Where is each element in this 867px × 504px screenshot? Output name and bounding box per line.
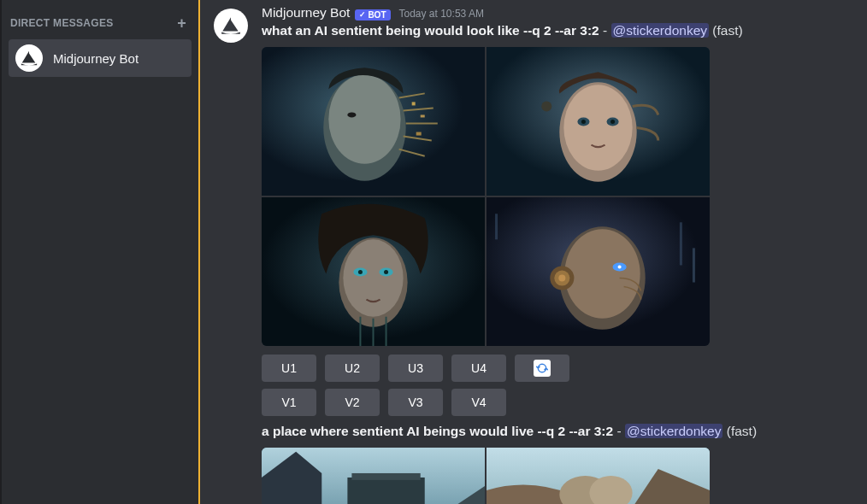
bot-tag: ✓ BOT — [355, 9, 390, 21]
svg-point-3 — [347, 112, 356, 117]
svg-point-29 — [558, 274, 565, 281]
mention[interactable]: @stickerdonkey — [611, 23, 710, 38]
mode-label: (fast) — [712, 23, 742, 38]
svg-rect-5 — [421, 114, 425, 117]
svg-point-9 — [563, 85, 632, 170]
image-cell-2 — [487, 47, 710, 196]
u-button-row: U1 U2 U3 U4 — [262, 355, 867, 382]
svg-point-17 — [343, 239, 403, 316]
image-cell-1 — [262, 448, 485, 504]
image-cell-2 — [487, 448, 710, 504]
u3-button[interactable]: U3 — [388, 355, 443, 382]
sailboat-icon — [20, 49, 38, 67]
v1-button[interactable]: V1 — [262, 389, 316, 416]
avatar — [15, 44, 43, 72]
message-body: Midjourney Bot ✓ BOT Today at 10:53 AM w… — [262, 5, 867, 504]
svg-point-2 — [328, 74, 400, 163]
prompt-line: a place where sentient AI beings would l… — [262, 423, 867, 441]
svg-rect-32 — [693, 248, 695, 282]
image-grid[interactable] — [262, 47, 710, 346]
svg-point-26 — [618, 265, 622, 268]
message: Midjourney Bot ✓ BOT Today at 10:53 AM w… — [214, 3, 867, 504]
u4-button[interactable]: U4 — [451, 355, 506, 382]
sidebar-item-midjourney[interactable]: Midjourney Bot — [9, 39, 192, 77]
image-grid[interactable] — [262, 448, 710, 504]
svg-rect-4 — [412, 102, 416, 105]
message-avatar[interactable] — [214, 9, 248, 43]
reroll-button[interactable] — [515, 355, 569, 382]
dm-sidebar: DIRECT MESSAGES + Midjourney Bot — [0, 0, 198, 504]
svg-rect-6 — [416, 132, 422, 135]
svg-point-14 — [541, 101, 551, 111]
dm-header: DIRECT MESSAGES + — [2, 9, 198, 38]
author-name[interactable]: Midjourney Bot — [262, 5, 350, 21]
sidebar-item-label: Midjourney Bot — [53, 51, 139, 66]
u2-button[interactable]: U2 — [325, 355, 380, 382]
refresh-icon — [534, 360, 551, 377]
image-cell-3 — [262, 197, 485, 346]
plus-icon[interactable]: + — [177, 15, 186, 31]
timestamp: Today at 10:53 AM — [399, 8, 484, 20]
v-button-row: V1 V2 V3 V4 — [262, 389, 867, 416]
dm-header-label: DIRECT MESSAGES — [10, 17, 114, 29]
svg-point-24 — [564, 229, 640, 318]
v2-button[interactable]: V2 — [325, 389, 380, 416]
svg-rect-35 — [351, 473, 420, 480]
image-cell-1 — [262, 47, 485, 196]
svg-point-13 — [610, 120, 615, 124]
check-icon: ✓ — [359, 10, 366, 19]
mode-label: (fast) — [727, 424, 757, 438]
svg-rect-30 — [495, 214, 498, 239]
u1-button[interactable]: U1 — [262, 355, 316, 382]
svg-rect-34 — [347, 478, 424, 504]
prompt-line: what an AI sentient being would look lik… — [262, 22, 867, 40]
v4-button[interactable]: V4 — [451, 389, 506, 416]
message-header: Midjourney Bot ✓ BOT Today at 10:53 AM — [262, 5, 867, 21]
bot-tag-label: BOT — [368, 10, 386, 20]
svg-point-21 — [384, 270, 388, 274]
svg-point-12 — [581, 120, 586, 124]
image-cell-4 — [487, 197, 710, 346]
v3-button[interactable]: V3 — [388, 389, 443, 416]
prompt-text: what an AI sentient being would look lik… — [262, 23, 599, 38]
svg-rect-31 — [680, 222, 682, 265]
prompt-text: a place where sentient AI beings would l… — [262, 424, 613, 438]
sailboat-icon — [220, 15, 242, 37]
mention[interactable]: @stickerdonkey — [625, 424, 723, 438]
svg-point-20 — [358, 270, 363, 274]
chat-area: Midjourney Bot ✓ BOT Today at 10:53 AM w… — [198, 0, 867, 504]
